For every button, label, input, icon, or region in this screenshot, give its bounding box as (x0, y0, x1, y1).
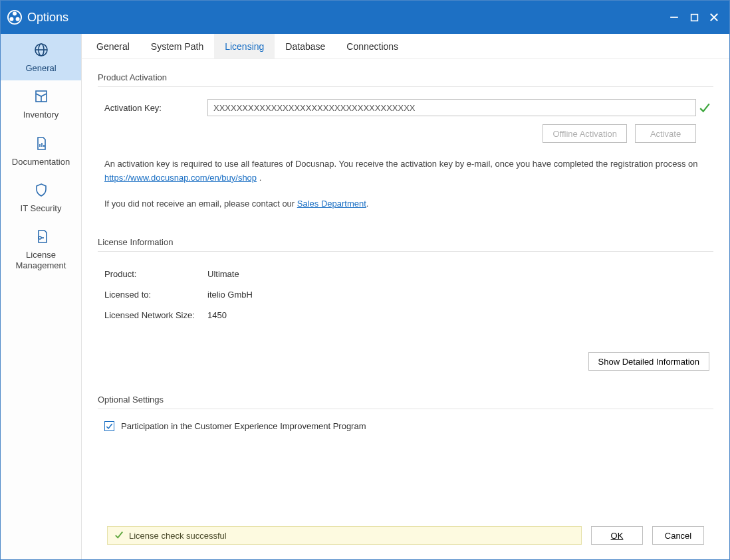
info-label: Licensed Network Size: (104, 310, 207, 320)
shop-link[interactable]: https://www.docusnap.com/en/buy/shop (104, 173, 257, 183)
tabs: General System Path Licensing Database C… (82, 34, 729, 59)
activation-key-input[interactable] (207, 99, 696, 116)
divider (98, 409, 713, 409)
contact-description: If you did not receive an email, please … (98, 197, 713, 211)
sidebar-item-documentation[interactable]: Documentation (1, 128, 81, 174)
section-title-license-info: License Information (98, 237, 713, 247)
license-info-row: Licensed to: itelio GmbH (104, 284, 713, 305)
checkmark-icon (114, 530, 124, 541)
document-chart-icon (33, 136, 50, 153)
svg-point-16 (39, 236, 41, 239)
titlebar: Options (1, 1, 729, 34)
options-window: Options General (0, 0, 730, 560)
sales-link[interactable]: Sales Department (297, 199, 366, 209)
tab-system-path[interactable]: System Path (140, 34, 214, 58)
activate-button[interactable]: Activate (635, 124, 696, 143)
close-button[interactable] (704, 9, 724, 26)
sidebar-item-general[interactable]: General (1, 34, 81, 80)
info-value: itelio GmbH (207, 290, 253, 300)
divider (98, 251, 713, 252)
offline-activation-button[interactable]: Offline Activation (543, 124, 627, 143)
license-info-table: Product: Ultimate Licensed to: itelio Gm… (98, 264, 713, 326)
activation-key-label: Activation Key: (98, 103, 207, 113)
divider (98, 86, 713, 87)
license-info-row: Product: Ultimate (104, 264, 713, 284)
content: Product Activation Activation Key: Offli… (82, 59, 729, 559)
svg-point-1 (13, 11, 17, 15)
sidebar-item-license-management[interactable]: License Management (1, 221, 81, 278)
license-info-row: Licensed Network Size: 1450 (104, 305, 713, 326)
svg-rect-5 (691, 14, 697, 21)
minimize-button[interactable] (664, 9, 684, 26)
tab-general[interactable]: General (86, 34, 140, 58)
sidebar-item-label: IT Security (21, 203, 62, 214)
activation-description: An activation key is required to use all… (98, 157, 713, 185)
footer: License check successful OK Cancel (98, 525, 713, 551)
section-title-activation: Product Activation (98, 72, 713, 82)
info-value: Ultimate (207, 269, 239, 279)
window-title: Options (27, 11, 68, 25)
sidebar-item-label: General (25, 63, 56, 74)
main-area: General System Path Licensing Database C… (82, 34, 729, 559)
ok-button[interactable]: OK (591, 526, 643, 545)
tab-database[interactable]: Database (275, 34, 336, 58)
sidebar-item-it-security[interactable]: IT Security (1, 174, 81, 221)
sidebar-item-label: Documentation (12, 157, 70, 167)
info-label: Product: (104, 269, 207, 279)
status-text: License check successful (129, 531, 227, 541)
sidebar-item-inventory[interactable]: Inventory (1, 80, 81, 127)
box-icon (33, 88, 50, 106)
participation-checkbox[interactable] (104, 421, 114, 431)
maximize-button[interactable] (684, 9, 704, 26)
sidebar-item-label: License Management (16, 250, 66, 272)
section-title-optional: Optional Settings (98, 395, 713, 405)
app-icon (7, 10, 22, 25)
info-label: Licensed to: (104, 290, 207, 300)
status-bar: License check successful (107, 526, 582, 545)
tab-connections[interactable]: Connections (336, 34, 409, 58)
sidebar-item-label: Inventory (23, 110, 59, 120)
show-detailed-info-button[interactable]: Show Detailed Information (588, 352, 709, 371)
shield-icon (33, 182, 50, 199)
cancel-button[interactable]: Cancel (652, 526, 704, 545)
globe-icon (33, 42, 50, 59)
key-doc-icon (33, 229, 50, 246)
tab-licensing[interactable]: Licensing (214, 34, 275, 58)
checkmark-icon (696, 102, 713, 114)
sidebar: General Inventory (1, 34, 82, 559)
info-value: 1450 (207, 310, 227, 320)
svg-point-3 (16, 17, 20, 21)
svg-point-2 (9, 17, 13, 21)
participation-label: Participation in the Customer Experience… (121, 421, 366, 431)
